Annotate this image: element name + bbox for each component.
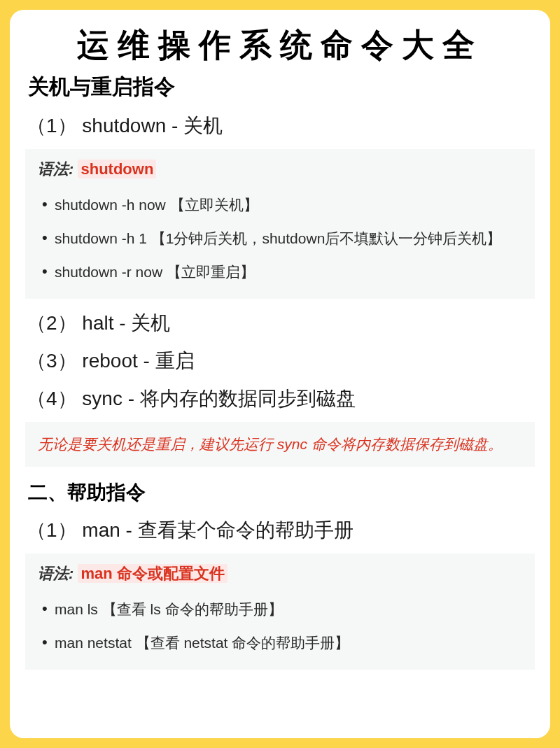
cmd-sync: （4） sync - 将内存的数据同步到磁盘: [25, 386, 535, 412]
cmd-man: （1） man - 查看某个命令的帮助手册: [25, 517, 535, 544]
cmd-reboot: （3） reboot - 重启: [25, 348, 535, 374]
syntax-option: man netstat 【查看 netstat 命令的帮助手册】: [55, 626, 522, 660]
syntax-option: man ls 【查看 ls 命令的帮助手册】: [55, 593, 522, 626]
syntax-box-man: 语法: man 命令或配置文件 man ls 【查看 ls 命令的帮助手册】 m…: [25, 553, 535, 670]
cmd-shutdown: （1） shutdown - 关机: [25, 113, 535, 139]
syntax-option: shutdown -h 1 【1分钟后关机，shutdown后不填默认一分钟后关…: [55, 222, 522, 255]
cmd-halt: （2） halt - 关机: [25, 310, 535, 337]
content-card: 运维操作系统命令大全 关机与重启指令 （1） shutdown - 关机 语法:…: [10, 10, 550, 738]
syntax-cmd: shutdown: [78, 160, 156, 178]
syntax-box-shutdown: 语法: shutdown shutdown -h now 【立即关机】 shut…: [25, 149, 535, 299]
note-box: 无论是要关机还是重启，建议先运行 sync 命令将内存数据保存到磁盘。: [25, 422, 535, 467]
section2-heading: 二、帮助指令: [25, 479, 535, 506]
syntax-header: 语法: man 命令或配置文件: [38, 563, 522, 584]
syntax-option: shutdown -h now 【立即关机】: [55, 188, 522, 222]
syntax-header: 语法: shutdown: [38, 159, 522, 180]
syntax-cmd: man 命令或配置文件: [78, 564, 227, 583]
syntax-options: man ls 【查看 ls 命令的帮助手册】 man netstat 【查看 n…: [38, 593, 522, 660]
page-title: 运维操作系统命令大全: [25, 24, 535, 67]
syntax-prefix: 语法:: [38, 565, 74, 582]
section1-heading: 关机与重启指令: [25, 73, 535, 101]
note-text: 无论是要关机还是重启，建议先运行 sync 命令将内存数据保存到磁盘。: [38, 433, 522, 456]
syntax-prefix: 语法:: [38, 160, 74, 178]
syntax-options: shutdown -h now 【立即关机】 shutdown -h 1 【1分…: [38, 188, 522, 289]
syntax-option: shutdown -r now 【立即重启】: [55, 255, 522, 289]
